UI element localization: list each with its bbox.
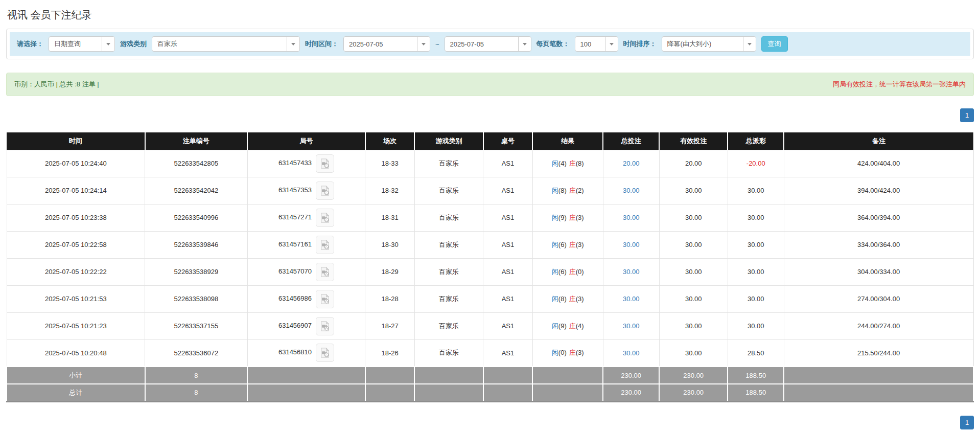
cell-remark: 424.00/404.00 <box>784 150 973 177</box>
query-type-caret[interactable] <box>102 37 114 51</box>
cell-bet-id: 522633542805 <box>145 150 248 177</box>
cell-remark: 215.50/244.00 <box>784 339 973 367</box>
total-label: 总计 <box>7 384 145 401</box>
cell-bet-id: 522633539846 <box>145 231 248 258</box>
table-summary: 小计 8 230.00 230.00 188.50 总计 8 230.00 23… <box>7 367 973 401</box>
sort-caret[interactable] <box>743 37 756 51</box>
per-page-value: 100 <box>575 40 605 48</box>
cell-game-type: 百家乐 <box>414 177 483 204</box>
cell-remark: 274.00/304.00 <box>784 285 973 312</box>
cell-table-no: AS1 <box>483 231 532 258</box>
cell-result: 闲(6)庄(0) <box>532 258 603 285</box>
round-id: 631457070 <box>278 267 312 275</box>
sort-select[interactable]: 降冪(由大到小) <box>662 36 756 52</box>
date-range-tilde: ~ <box>435 40 439 48</box>
cell-result: 闲(0)庄(3) <box>532 339 603 367</box>
video-replay-button[interactable] <box>316 263 334 281</box>
cell-valid-bet: 30.00 <box>659 177 728 204</box>
filter-bar: 请选择： 日期查询 游戏类别 百家乐 时间区间： 2025-07-05 ~ 20… <box>10 32 970 56</box>
cell-session: 18-27 <box>365 312 414 339</box>
currency-total-text: 币别：人民币 | 总共 :8 注单 | <box>14 80 99 89</box>
round-id: 631457161 <box>278 240 312 248</box>
page-content: 视讯 会员下注纪录 请选择： 日期查询 游戏类别 百家乐 时间区间： 2025-… <box>0 8 980 429</box>
search-button[interactable]: 查询 <box>761 36 788 52</box>
round-id: 631456810 <box>278 349 312 356</box>
cell-valid-bet: 30.00 <box>659 204 728 231</box>
date-to-caret[interactable] <box>518 37 531 51</box>
page-1-button[interactable]: 1 <box>960 416 974 429</box>
game-type-select[interactable]: 百家乐 <box>152 36 300 52</box>
game-type-caret[interactable] <box>287 37 299 51</box>
cell-game-type: 百家乐 <box>414 231 483 258</box>
cell-time: 2025-07-05 10:24:14 <box>7 177 145 204</box>
total-bet-link[interactable]: 30.00 <box>623 214 640 221</box>
total-bet-link[interactable]: 30.00 <box>623 322 640 330</box>
chevron-down-icon <box>422 43 426 46</box>
table-row: 2025-07-05 10:22:58 522633539846 6314571… <box>7 231 973 258</box>
video-replay-button[interactable] <box>316 236 334 254</box>
cell-valid-bet: 30.00 <box>659 339 728 367</box>
total-bet-link[interactable]: 30.00 <box>623 295 640 303</box>
cell-total-bet: 30.00 <box>603 204 659 231</box>
page-title: 视讯 会员下注纪录 <box>7 8 974 22</box>
result-player-value: (6) <box>558 241 567 248</box>
video-replay-button[interactable] <box>316 209 334 227</box>
round-id: 631457353 <box>278 186 312 194</box>
date-to-select[interactable]: 2025-07-05 <box>445 36 531 52</box>
cell-remark: 334.00/364.00 <box>784 231 973 258</box>
header-valid-bet: 有效投注 <box>659 132 728 150</box>
cell-time: 2025-07-05 10:23:38 <box>7 204 145 231</box>
total-bet-link[interactable]: 30.00 <box>623 241 640 248</box>
cell-session: 18-30 <box>365 231 414 258</box>
total-bet-link[interactable]: 30.00 <box>623 349 640 357</box>
cell-time: 2025-07-05 10:22:22 <box>7 258 145 285</box>
cell-round-id: 631456986 <box>247 285 365 312</box>
cell-session: 18-29 <box>365 258 414 285</box>
table-body: 2025-07-05 10:24:40 522633542805 6314574… <box>7 150 973 367</box>
cell-round-id: 631457070 <box>247 258 365 285</box>
result-player-label: 闲 <box>552 349 558 356</box>
result-banker-label: 庄 <box>569 241 576 248</box>
video-replay-button[interactable] <box>316 344 334 362</box>
query-type-label: 请选择： <box>17 39 43 49</box>
date-from-select[interactable]: 2025-07-05 <box>343 36 430 52</box>
cell-session: 18-32 <box>365 177 414 204</box>
cell-round-id: 631457433 <box>247 150 365 177</box>
cell-remark: 394.00/424.00 <box>784 177 973 204</box>
video-replay-button[interactable] <box>316 182 334 200</box>
video-replay-button[interactable] <box>316 290 334 308</box>
result-banker-label: 庄 <box>569 160 576 167</box>
cell-bet-id: 522633538929 <box>145 258 248 285</box>
query-type-value: 日期查询 <box>49 39 102 49</box>
result-player-value: (0) <box>558 349 567 356</box>
result-player-value: (9) <box>558 214 567 221</box>
cell-remark: 304.00/334.00 <box>784 258 973 285</box>
video-icon <box>319 185 331 196</box>
cell-total-bet: 30.00 <box>603 312 659 339</box>
cell-table-no: AS1 <box>483 285 532 312</box>
video-replay-button[interactable] <box>316 317 334 335</box>
total-bet-link[interactable]: 20.00 <box>623 160 640 167</box>
per-page-caret[interactable] <box>605 37 618 51</box>
summary-bar: 币别：人民币 | 总共 :8 注单 | 同局有效投注，统一计算在该局第一张注单内 <box>6 73 974 96</box>
result-player-label: 闲 <box>552 268 558 276</box>
video-replay-button[interactable] <box>316 154 334 173</box>
date-from-caret[interactable] <box>417 37 430 51</box>
game-type-value: 百家乐 <box>152 39 287 49</box>
video-icon <box>319 347 331 358</box>
cell-time: 2025-07-05 10:22:58 <box>7 231 145 258</box>
total-bet-link[interactable]: 30.00 <box>623 187 640 194</box>
cell-valid-bet: 20.00 <box>659 150 728 177</box>
result-banker-label: 庄 <box>569 295 576 303</box>
total-bet-link[interactable]: 30.00 <box>623 268 640 276</box>
result-banker-value: (3) <box>576 349 584 356</box>
cell-game-type: 百家乐 <box>414 258 483 285</box>
total-valid-bet: 230.00 <box>659 384 728 401</box>
cell-valid-bet: 30.00 <box>659 258 728 285</box>
cell-total-payout: -20.00 <box>728 150 784 177</box>
table-row: 2025-07-05 10:24:40 522633542805 6314574… <box>7 150 973 177</box>
page-1-button[interactable]: 1 <box>960 108 974 122</box>
query-type-select[interactable]: 日期查询 <box>49 36 115 52</box>
cell-round-id: 631457353 <box>247 177 365 204</box>
per-page-select[interactable]: 100 <box>575 36 618 52</box>
